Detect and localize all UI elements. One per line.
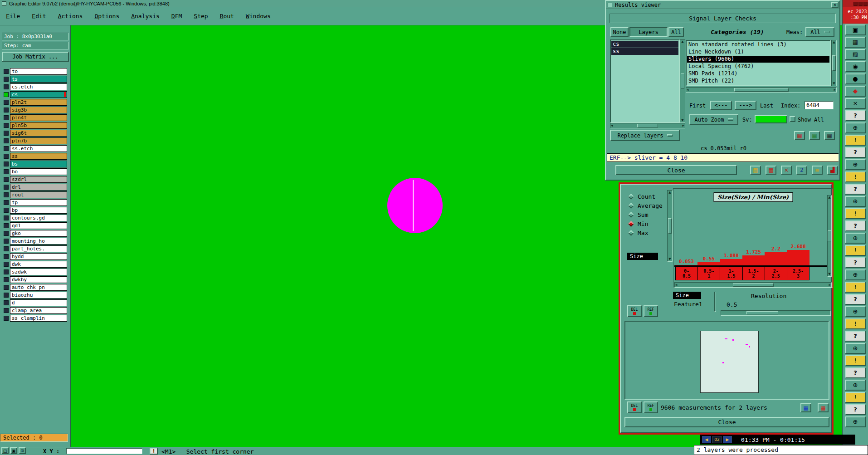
layer-row[interactable]: tp (4, 199, 67, 206)
layer-name[interactable]: to (10, 68, 67, 75)
layer-row[interactable]: sig3b (4, 107, 67, 113)
notes-icon[interactable]: ≡ (812, 166, 823, 175)
layer-visibility-toggle[interactable] (4, 215, 9, 220)
overlay-blue-icon[interactable]: ▦ (800, 403, 811, 412)
layer-name[interactable]: gko (10, 230, 67, 237)
zoom-in-button[interactable]: ⊕ (845, 122, 866, 133)
layer-visibility-toggle[interactable] (4, 269, 9, 274)
layer-visibility-toggle[interactable] (4, 92, 9, 97)
undo-marks-icon[interactable]: ▦ (824, 131, 835, 140)
layer-visibility-toggle[interactable] (4, 169, 9, 174)
maximize-icon[interactable] (858, 2, 863, 6)
layer-name[interactable]: cs (10, 91, 67, 98)
layer-visibility-toggle[interactable] (4, 285, 9, 290)
results-close-button[interactable]: Close (615, 165, 737, 175)
slider-thumb[interactable] (746, 311, 778, 314)
layer-row[interactable]: to (4, 68, 67, 75)
zoom-in-button[interactable]: ⊕ (845, 380, 866, 391)
layer-name[interactable]: pln7b (10, 137, 67, 144)
delete-marks-icon[interactable]: ▦ (794, 131, 805, 140)
layer-row[interactable]: cs.etch (4, 83, 67, 90)
layer-name[interactable]: szdrl (10, 176, 67, 183)
layer-visibility-toggle[interactable] (4, 277, 9, 282)
layer-row[interactable]: mounting_ho (4, 238, 67, 245)
chart-icon[interactable]: ▟ (827, 166, 838, 175)
layer-visibility-toggle[interactable] (4, 185, 9, 190)
menu-item[interactable]: Edit (26, 7, 52, 25)
stat-option[interactable]: Count (629, 192, 663, 201)
layer-visibility-toggle[interactable] (4, 262, 9, 267)
layer-name[interactable]: biaozhu (10, 292, 67, 298)
layer-row[interactable]: drl (4, 184, 67, 191)
chart-hscrollbar[interactable]: ◄► (674, 282, 832, 288)
help-button[interactable]: ? (845, 257, 866, 268)
layer-name[interactable]: clamp_area (10, 307, 67, 314)
layer-visibility-toggle[interactable] (4, 177, 9, 182)
results-viewer-titlebar[interactable]: Results viewer × (606, 1, 839, 9)
layer-visibility-toggle[interactable] (4, 146, 9, 151)
filter-layers-button[interactable]: Layers (629, 27, 668, 37)
xy-input[interactable] (66, 448, 142, 454)
category-item[interactable]: Line Neckdown (1) (687, 49, 829, 55)
layer-report-icon[interactable]: ▤ (750, 166, 761, 175)
red-grid-icon[interactable]: ▦ (766, 166, 776, 175)
layer-name[interactable]: ts (10, 76, 67, 83)
help-button[interactable]: ? (845, 331, 866, 342)
layer-name[interactable]: sig3b (10, 107, 67, 113)
alert-button[interactable]: ! (845, 171, 866, 182)
scroll-thumb[interactable] (668, 218, 672, 234)
menu-item[interactable]: DFM (166, 7, 188, 25)
layer-visibility-toggle[interactable] (4, 115, 9, 120)
layer-visibility-toggle[interactable] (4, 316, 9, 321)
del-button[interactable]: DEL (627, 401, 642, 413)
layer-name[interactable]: pln4t (10, 114, 67, 121)
layer-name[interactable]: hydd (10, 253, 67, 260)
overview-pane[interactable] (624, 321, 829, 400)
layer-name[interactable]: pln2t (10, 99, 67, 106)
dot-icon[interactable]: ● (845, 73, 866, 84)
results-layer-item[interactable]: ss (611, 48, 678, 55)
scroll-down-icon[interactable]: ▼ (828, 272, 830, 276)
layer-name[interactable]: sig6t (10, 130, 67, 137)
scroll-down-icon[interactable]: ▼ (668, 257, 671, 261)
layer-visibility-toggle[interactable] (4, 200, 9, 205)
layer-row[interactable]: ss_clamplin (4, 315, 67, 322)
scroll-right-icon[interactable]: ► (683, 124, 685, 128)
menu-item[interactable]: Rout (214, 7, 240, 25)
alert-button[interactable]: ! (845, 245, 866, 256)
help-button[interactable]: ? (845, 367, 866, 378)
chart-vscrollbar[interactable]: ▲▼ (827, 195, 832, 277)
hatch-icon[interactable]: ▨ (845, 49, 866, 60)
layer-visibility-toggle[interactable] (4, 108, 9, 113)
menu-item[interactable]: Analysis (125, 7, 166, 25)
counter-icon[interactable]: 02 (712, 436, 722, 443)
auto-zoom-dropdown[interactable]: Auto Zoom (689, 114, 738, 125)
window-stack-icon[interactable]: ▣ (845, 24, 866, 35)
layer-row[interactable]: ss (4, 153, 67, 160)
refresh-marks-icon[interactable]: ▦ (809, 131, 820, 140)
prev-step-icon[interactable]: ◀ (702, 436, 711, 443)
help-button[interactable]: ? (845, 404, 866, 415)
resolution-slider[interactable] (721, 310, 831, 316)
layer-visibility-toggle[interactable] (4, 100, 9, 105)
filter-all-button[interactable]: All (668, 27, 684, 37)
layer-row[interactable]: bs (4, 161, 67, 167)
layer-visibility-toggle[interactable] (4, 131, 9, 136)
layer-row[interactable]: bp (4, 207, 67, 214)
scroll-right-icon[interactable]: ► (829, 283, 831, 287)
job-matrix-button[interactable]: Job Matrix ... (2, 52, 69, 62)
layer-row[interactable]: qd1 (4, 222, 67, 229)
category-item[interactable]: SMD Pitch (22) (687, 78, 829, 84)
category-list-vscrollbar[interactable]: ▲▼ (831, 40, 837, 86)
layer-list-vscrollbar[interactable]: ▲▼ (680, 39, 685, 123)
layer-row[interactable]: pln4t (4, 114, 67, 121)
menu-item[interactable]: Windows (240, 7, 277, 25)
help-button[interactable]: ? (845, 147, 866, 158)
meas-dropdown[interactable]: All (805, 27, 834, 37)
layer-visibility-toggle[interactable] (4, 123, 9, 128)
layer-name[interactable]: mounting_ho (10, 238, 67, 245)
layer-visibility-toggle[interactable] (4, 208, 9, 213)
scroll-thumb[interactable] (733, 283, 774, 287)
layer-name[interactable]: dwkby (10, 276, 67, 283)
layer-visibility-toggle[interactable] (4, 254, 9, 259)
